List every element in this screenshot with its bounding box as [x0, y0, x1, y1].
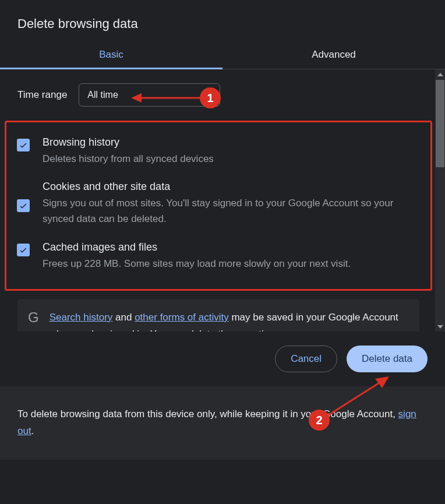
- option-text: Cookies and other site data Signs you ou…: [43, 181, 420, 227]
- dialog-title: Delete browsing data: [0, 0, 445, 42]
- google-info-box: G Search history and other forms of acti…: [17, 299, 419, 332]
- option-text: Browsing history Deletes history from al…: [43, 136, 420, 167]
- link-other-activity[interactable]: other forms of activity: [135, 312, 229, 323]
- annotation-badge-1: 1: [200, 87, 221, 108]
- delete-data-button[interactable]: Delete data: [347, 346, 428, 372]
- time-range-label: Time range: [17, 89, 67, 101]
- footer-text: To delete browsing data from this device…: [0, 386, 445, 460]
- checkbox-cache[interactable]: [17, 244, 30, 256]
- annotation-highlight-box: Browsing history Deletes history from al…: [5, 121, 432, 291]
- option-desc: Signs you out of most sites. You'll stay…: [43, 195, 420, 227]
- checkbox-cookies[interactable]: [17, 199, 30, 212]
- cancel-button[interactable]: Cancel: [275, 346, 337, 372]
- scroll-down-icon[interactable]: [435, 322, 445, 332]
- content-area: Time range All time Browsing history Del…: [0, 69, 445, 332]
- checkbox-browsing-history[interactable]: [17, 139, 30, 151]
- annotation-badge-2: 2: [309, 410, 330, 431]
- scrollbar-track[interactable]: [435, 69, 445, 332]
- option-desc: Frees up 228 MB. Some sites may load mor…: [43, 256, 420, 272]
- tab-bar: Basic Advanced: [0, 42, 445, 69]
- checkmark-icon: [19, 201, 28, 210]
- checkmark-icon: [19, 245, 28, 255]
- option-cache[interactable]: Cached images and files Frees up 228 MB.…: [12, 234, 425, 279]
- button-row: Cancel Delete data: [0, 332, 445, 386]
- footer-text-2: .: [31, 425, 34, 436]
- tab-advanced[interactable]: Advanced: [223, 42, 445, 69]
- time-range-value: All time: [87, 90, 118, 100]
- info-text-mid: and: [112, 312, 135, 323]
- option-title: Browsing history: [43, 136, 420, 149]
- option-cookies[interactable]: Cookies and other site data Signs you ou…: [12, 174, 425, 234]
- option-text: Cached images and files Frees up 228 MB.…: [43, 241, 420, 272]
- info-text: Search history and other forms of activi…: [50, 309, 409, 332]
- footer-text-1: To delete browsing data from this device…: [17, 408, 398, 420]
- scroll-up-icon[interactable]: [435, 69, 445, 79]
- option-title: Cached images and files: [43, 241, 420, 253]
- scrollbar-thumb[interactable]: [436, 80, 444, 167]
- option-title: Cookies and other site data: [43, 181, 420, 193]
- google-icon: G: [28, 309, 39, 326]
- time-range-select[interactable]: All time: [79, 83, 220, 107]
- option-browsing-history[interactable]: Browsing history Deletes history from al…: [12, 129, 425, 174]
- tab-basic[interactable]: Basic: [0, 42, 223, 69]
- option-desc: Deletes history from all synced devices: [43, 151, 420, 167]
- link-search-history[interactable]: Search history: [50, 312, 113, 323]
- checkmark-icon: [19, 140, 28, 150]
